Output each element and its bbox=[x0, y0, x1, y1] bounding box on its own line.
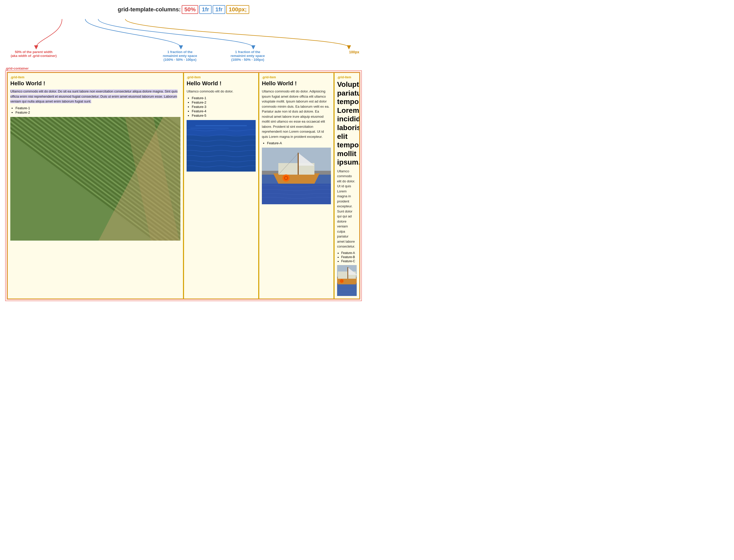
list-item: Feature-4 bbox=[192, 109, 256, 113]
label-col4: 100px bbox=[349, 50, 359, 54]
grid-item-1: .grid-item Hello World ! Ullamco commodo… bbox=[7, 72, 183, 299]
header: grid-template-columns: 50% 1fr 1fr 100px… bbox=[5, 5, 362, 14]
list-item: Feature-B bbox=[341, 255, 357, 259]
grid-item-3-body: Ullamco commodo elit do dolor. Adipisici… bbox=[262, 89, 331, 139]
token-100px: 100px; bbox=[226, 5, 249, 14]
token-1fr-second: 1fr bbox=[213, 5, 225, 14]
svg-marker-58 bbox=[273, 173, 319, 184]
token-1fr-first: 1fr bbox=[199, 5, 211, 14]
grid-outer-border: .grid-item Hello World ! Ullamco commodo… bbox=[5, 70, 362, 301]
svg-rect-54 bbox=[190, 128, 229, 129]
grid-item-1-label: .grid-item bbox=[10, 75, 180, 79]
arrows-diagram bbox=[5, 16, 362, 50]
list-item: Feature-A bbox=[267, 141, 331, 145]
svg-rect-72 bbox=[347, 267, 348, 279]
css-declaration: grid-template-columns: 50% 1fr 1fr 100px… bbox=[118, 5, 249, 14]
list-item: Feature-1 bbox=[192, 96, 256, 100]
boat-image bbox=[262, 148, 331, 204]
list-item: Feature-5 bbox=[192, 114, 256, 117]
grid-item-3-heading: Hello World ! bbox=[262, 80, 331, 87]
grid-item-2-body: Ullamco commodo elit do dolor. bbox=[187, 89, 256, 94]
list-item: Feature-1 bbox=[15, 106, 180, 110]
grid-container-label: .grid-container bbox=[5, 66, 362, 70]
label-col3: 1 fraction of the remainint emty space (… bbox=[222, 50, 273, 62]
grid-item-3-features: Feature-A bbox=[267, 141, 331, 145]
grid-item-3: .grid-item Hello World ! Ullamco commodo… bbox=[259, 72, 334, 299]
grid-item-4: .grid-item Voluptate pariatur tempor Lor… bbox=[334, 72, 360, 299]
label-col2: 1 fraction of the remainint emty space (… bbox=[154, 50, 206, 62]
grid-item-4-body: Ullamco commodo elit do dolor. Ut id qui… bbox=[337, 169, 357, 249]
vineyard-image bbox=[10, 117, 180, 241]
boat-image-small bbox=[337, 265, 357, 296]
label-col1: 50% of the parent width (aka width of .g… bbox=[11, 50, 57, 58]
grid-item-1-heading: Hello World ! bbox=[10, 80, 180, 87]
list-item: Feature-A bbox=[341, 251, 357, 255]
grid-item-2-heading: Hello World ! bbox=[187, 80, 256, 87]
column-labels: 50% of the parent width (aka width of .g… bbox=[5, 50, 362, 65]
grid-item-2-label: .grid-item bbox=[187, 75, 256, 79]
grid-item-2: .grid-item Hello World ! Ullamco commodo… bbox=[183, 72, 259, 299]
grid-item-2-features: Feature-1 Feature-2 Feature-3 Feature-4 … bbox=[192, 96, 256, 117]
list-item: Feature-3 bbox=[192, 105, 256, 109]
ocean-image bbox=[187, 120, 256, 172]
grid-item-4-features: Feature-A Feature-B Feature-C bbox=[341, 251, 357, 263]
list-item: Feature-2 bbox=[192, 100, 256, 104]
svg-rect-53 bbox=[195, 125, 247, 126]
list-item: Feature-C bbox=[341, 259, 357, 263]
svg-point-66 bbox=[285, 177, 287, 179]
grid-item-1-features: Feature-1 Feature-2 bbox=[15, 106, 180, 114]
grid-item-4-label: .grid-item bbox=[337, 75, 357, 79]
list-item: Feature-2 bbox=[15, 111, 180, 114]
token-50: 50% bbox=[182, 5, 198, 14]
css-property-label: grid-template-columns: bbox=[118, 6, 181, 13]
grid-item-3-label: .grid-item bbox=[262, 75, 331, 79]
svg-point-76 bbox=[341, 280, 342, 282]
svg-rect-60 bbox=[298, 153, 299, 175]
svg-rect-63 bbox=[262, 184, 331, 204]
grid-container: .grid-item Hello World ! Ullamco commodo… bbox=[7, 72, 360, 300]
grid-item-4-heading: Voluptate pariatur tempor Lorem incididu… bbox=[337, 80, 357, 167]
grid-item-1-body: Ullamco commodo elit do dolor. Do sit ea… bbox=[10, 89, 180, 104]
